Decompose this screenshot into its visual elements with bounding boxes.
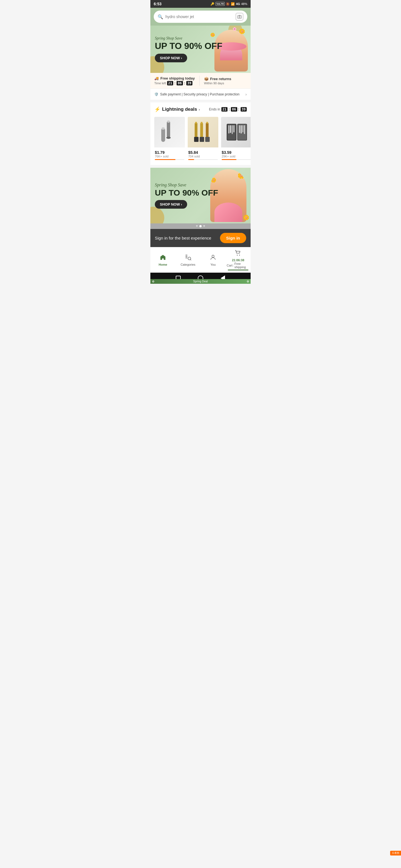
svg-rect-14	[194, 137, 199, 142]
product-progress-bar	[155, 159, 184, 160]
second-banner: Spring Shop Save UP TO 90% OFF SHOP NOW …	[150, 168, 251, 223]
svg-rect-31	[185, 258, 188, 258]
signin-button[interactable]: Sign in	[220, 233, 246, 243]
svg-rect-4	[167, 121, 170, 123]
search-input[interactable]	[165, 14, 233, 19]
banner-dot[interactable]	[196, 225, 198, 227]
svg-rect-3	[167, 121, 170, 138]
product-progress-bar	[222, 159, 251, 160]
svg-rect-26	[240, 125, 242, 133]
timer-seconds: 39	[186, 81, 193, 85]
security-bar[interactable]: 🛡️ Safe payment | Security privacy | Pur…	[150, 89, 251, 100]
svg-point-35	[237, 255, 238, 256]
cart-free-shipping-label: Free shipping	[234, 262, 250, 269]
svg-rect-25	[239, 125, 240, 133]
search-icon: 🔍	[157, 14, 163, 20]
shield-icon: 🛡️	[154, 92, 159, 96]
svg-rect-6	[161, 128, 165, 142]
hero-subtitle: Spring Shop Save	[155, 36, 246, 41]
nav-home[interactable]: Home	[150, 247, 175, 273]
search-bar[interactable]: 🔍	[154, 10, 247, 23]
second-banner-title: UP TO 90% OFF	[155, 188, 246, 197]
chevron-right-icon: ›	[245, 92, 247, 96]
camera-icon[interactable]	[236, 13, 244, 21]
mute-icon: 🔕	[226, 2, 230, 6]
deal-timer-seconds: 39	[240, 107, 247, 112]
key-icon: 🔑	[210, 2, 214, 6]
free-returns-label: 📦 Free returns	[204, 77, 231, 81]
svg-rect-27	[242, 125, 244, 132]
hero-title: UP TO 90% OFF	[155, 41, 246, 51]
svg-rect-12	[206, 122, 208, 138]
you-icon	[210, 254, 217, 262]
deal-timer-hours: 21	[221, 107, 228, 112]
section-header: ⚡ Lightning deals › Ends in 21 : 06 : 39	[150, 102, 251, 115]
lightning-icon: ⚡	[154, 106, 161, 113]
banner-dot-active[interactable]	[199, 225, 202, 227]
svg-rect-13	[206, 122, 208, 124]
cart-progress-bar	[228, 270, 249, 271]
product-sold: 704 sold	[188, 155, 218, 158]
cart-label-row: Cart | Free shipping	[227, 262, 250, 269]
product-progress-bar	[188, 159, 218, 160]
status-time: 6:53	[154, 2, 162, 6]
status-bar: 6:53 🔑 VoLTE 🔕 📶 4G 48%	[150, 0, 251, 8]
svg-rect-29	[185, 255, 188, 255]
svg-point-36	[239, 255, 240, 256]
svg-rect-10	[200, 122, 203, 138]
free-shipping-info: 🚚 Free shipping today Time left 21 : 06 …	[154, 76, 195, 85]
cart-info: 21:06:38 Cart | Free shipping	[227, 258, 250, 271]
returns-icon: 📦	[204, 77, 208, 81]
free-returns-info: 📦 Free returns Within 90 days	[204, 77, 231, 85]
product-price: $3.59	[222, 150, 251, 155]
svg-rect-22	[233, 125, 234, 132]
nav-categories[interactable]: Categories	[175, 247, 200, 273]
see-more-arrow[interactable]: ›	[199, 107, 200, 112]
categories-icon	[184, 254, 191, 262]
product-price: $1.79	[155, 150, 184, 155]
returns-detail: Within 90 days	[204, 82, 231, 85]
lightning-deals-section: ⚡ Lightning deals › Ends in 21 : 06 : 39	[150, 102, 251, 165]
svg-rect-28	[244, 125, 245, 134]
product-progress-fill	[155, 159, 175, 160]
hero-shop-now-button[interactable]: SHOP NOW ›	[155, 54, 187, 62]
product-card[interactable]: ✿ Spring Deal ✿ $3.59 29K+ sold	[221, 117, 251, 161]
nav-cart[interactable]: 21:06:38 Cart | Free shipping	[226, 247, 251, 273]
banner-dot[interactable]	[203, 225, 205, 227]
hero-content: Spring Shop Save UP TO 90% OFF SHOP NOW …	[155, 36, 246, 62]
product-image	[221, 117, 251, 148]
battery-level: 48%	[241, 2, 247, 6]
section-title: ⚡ Lightning deals ›	[154, 106, 200, 113]
signin-prompt: Sign in for the best experience	[155, 236, 211, 240]
svg-rect-9	[195, 122, 197, 124]
shipping-timer: Time left 21 : 06 : 39	[154, 81, 195, 85]
signin-bar: Sign in for the best experience Sign in	[150, 229, 251, 247]
svg-rect-8	[195, 122, 197, 138]
svg-rect-11	[201, 122, 202, 124]
security-text: 🛡️ Safe payment | Security privacy | Pur…	[154, 92, 239, 96]
cart-label: Cart	[227, 264, 232, 267]
banner-dots	[150, 223, 251, 229]
product-sold: 29K+ sold	[222, 155, 251, 158]
cart-icon	[235, 250, 241, 258]
info-divider	[199, 76, 200, 86]
product-card[interactable]: ✿ Spring Deal ✿ $1.79 76K+ sold	[154, 117, 185, 161]
svg-rect-15	[200, 137, 204, 142]
second-gold-blob	[150, 207, 164, 223]
info-bar: 🚚 Free shipping today Time left 21 : 06 …	[150, 73, 251, 89]
svg-line-33	[191, 259, 191, 260]
ends-in-timer: Ends in 21 : 06 : 39	[209, 107, 247, 112]
cart-timer: 21:06:38	[232, 258, 244, 262]
product-progress-fill	[222, 159, 236, 160]
timer-hours: 21	[167, 81, 173, 85]
volte-icon: VoLTE	[216, 2, 225, 6]
signal-icon: 4G	[236, 2, 240, 6]
second-banner-content: Spring Shop Save UP TO 90% OFF SHOP NOW …	[155, 183, 246, 209]
product-card[interactable]: ✿ Spring Deal ✿ $5.84 704 sold	[188, 117, 218, 161]
nav-you[interactable]: You	[200, 247, 226, 273]
search-container: 🔍	[150, 8, 251, 26]
svg-point-1	[239, 17, 240, 18]
product-progress-fill	[188, 159, 194, 160]
home-icon	[160, 254, 166, 262]
second-banner-shop-now-button[interactable]: SHOP NOW ›	[155, 200, 187, 209]
